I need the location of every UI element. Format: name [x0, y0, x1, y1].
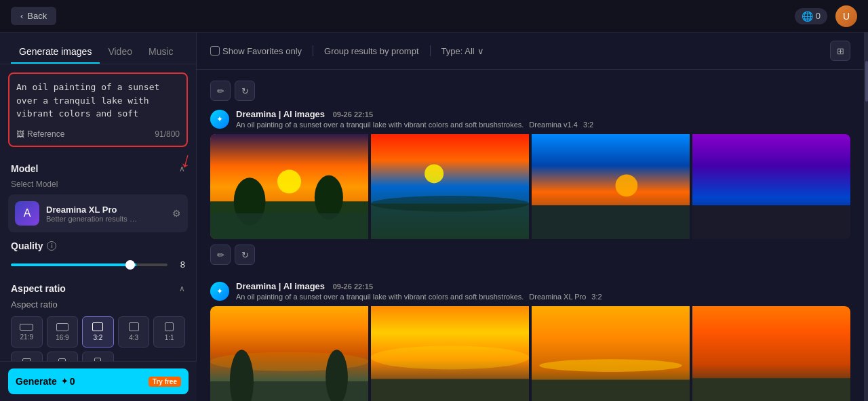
star-icon: ✦	[61, 377, 68, 386]
topbar-right: 🌐 0 U	[795, 5, 857, 27]
quality-header: Quality i	[11, 240, 185, 251]
generate-label: Generate	[16, 376, 57, 387]
aspect-21-9[interactable]: 21:9	[11, 316, 43, 347]
group-1-date: 09-26	[333, 110, 352, 119]
toolbar-separator-1	[313, 45, 313, 56]
quality-section: Quality i 8	[0, 240, 196, 275]
svg-rect-14	[692, 205, 850, 239]
model-card[interactable]: A Dreamina XL Pro Better generation resu…	[8, 194, 188, 232]
edit-button-top[interactable]: ✏	[210, 81, 231, 101]
model-settings-button[interactable]: ⚙	[172, 208, 181, 219]
image-grid-1	[210, 134, 850, 239]
group-1-model: Dreamina v1.4	[529, 121, 578, 129]
back-chevron-icon: ‹	[20, 11, 23, 21]
type-select-button[interactable]: Type: All ∨	[441, 46, 484, 56]
toolbar-separator-2	[430, 45, 431, 56]
show-favorites-label: Show Favorites only	[222, 46, 302, 56]
group-2-model: Dreamina XL Pro	[529, 293, 586, 301]
svg-rect-27	[692, 379, 850, 401]
image-cell-1-2[interactable]	[371, 134, 529, 239]
img-svg-1-1	[210, 134, 368, 239]
image-grid-2	[210, 306, 850, 401]
prompt-footer: 🖼 Reference 91/800	[16, 129, 180, 139]
aspect-4-3[interactable]: 4:3	[118, 316, 150, 347]
svg-point-21	[371, 346, 529, 370]
aspect-1-1[interactable]: 1:1	[153, 316, 185, 347]
prompt-input[interactable]: An oil painting of a sunset over a tranq…	[16, 81, 180, 121]
show-favorites-button[interactable]: Show Favorites only	[210, 46, 302, 56]
model-info: A Dreamina XL Pro Better generation resu…	[15, 201, 141, 226]
group-1-subtitle: An oil painting of a sunset over a tranq…	[236, 121, 850, 129]
tab-generate-images[interactable]: Generate images	[11, 41, 100, 64]
aspect-1-1-icon	[165, 322, 174, 331]
back-label: Back	[27, 11, 47, 21]
img-svg-2-1	[210, 306, 368, 401]
aspect-16-9[interactable]: 16:9	[47, 316, 79, 347]
prompt-area: An oil painting of a sunset over a tranq…	[8, 72, 188, 147]
svg-point-1	[277, 170, 301, 194]
image-cell-2-4[interactable]	[692, 306, 850, 401]
svg-rect-25	[532, 380, 690, 401]
image-cell-1-1[interactable]	[210, 134, 368, 239]
aspect-grid-row1: 21:9 16:9 3:2 4:3 1:1	[11, 316, 185, 347]
tab-video[interactable]: Video	[100, 41, 140, 64]
quality-info-icon: i	[47, 241, 56, 251]
back-button[interactable]: ‹ Back	[11, 7, 56, 25]
img-svg-2-2	[371, 306, 529, 401]
image-cell-1-3[interactable]	[532, 134, 690, 239]
quality-slider[interactable]	[11, 263, 167, 266]
regenerate-button-top[interactable]: ↻	[235, 81, 255, 101]
content-toolbar: Show Favorites only Group results by pro…	[197, 33, 864, 70]
image-cell-2-2[interactable]	[371, 306, 529, 401]
image-cell-2-3[interactable]	[532, 306, 690, 401]
pencil-icon-1: ✏	[217, 250, 224, 260]
svg-point-11	[616, 175, 638, 197]
gallery-area[interactable]: ✏ ↻ ✦ Dreamina | AI images	[197, 70, 864, 401]
svg-point-7	[425, 164, 443, 183]
img-svg-2-3	[532, 306, 690, 401]
img-svg-1-2	[371, 134, 529, 239]
group-2-title: Dreamina | AI images 09-26 22:15	[236, 281, 850, 291]
group-2-subtitle: An oil painting of a sunset over a tranq…	[236, 293, 850, 301]
group-by-prompt-button[interactable]: Group results by prompt	[324, 46, 418, 56]
toolbar-grid-view-button[interactable]: ⊞	[830, 41, 850, 61]
svg-rect-22	[371, 379, 529, 401]
svg-rect-12	[532, 205, 690, 239]
model-desc: Better generation results with profes...	[46, 215, 141, 223]
dreamina-icon-2: ✦	[216, 287, 223, 296]
avatar[interactable]: U	[835, 5, 857, 27]
topbar: ‹ Back 🌐 0 U	[0, 0, 868, 33]
edit-button-group-1[interactable]: ✏	[210, 245, 231, 265]
aspect-3-2-label: 3:2	[94, 334, 103, 341]
aspect-section-title: Aspect ratio	[11, 283, 66, 294]
group-2-title-text: Dreamina | AI images	[236, 281, 325, 291]
aspect-3-2-icon	[92, 322, 103, 331]
model-chevron-icon[interactable]: ∧	[179, 164, 185, 173]
reference-button[interactable]: 🖼 Reference	[16, 129, 64, 139]
svg-point-24	[539, 360, 682, 373]
scroll-indicator	[864, 33, 868, 401]
image-cell-1-4[interactable]	[692, 134, 850, 239]
generate-button[interactable]: Generate ✦ 0 Try free	[8, 368, 189, 394]
group-by-prompt-label: Group results by prompt	[324, 46, 418, 56]
aspect-label: Aspect ratio	[11, 299, 185, 310]
tab-music[interactable]: Music	[140, 41, 182, 64]
coin-count: 0	[816, 11, 821, 21]
refresh-icon-1: ↻	[241, 250, 249, 260]
regenerate-button-group-1[interactable]: ↻	[235, 245, 255, 265]
char-count: 91/800	[155, 129, 180, 139]
group-1-title: Dreamina | AI images 09-26 22:15	[236, 109, 850, 119]
quality-title: Quality	[11, 240, 43, 251]
type-label: Type: All	[441, 46, 475, 56]
aspect-3-2[interactable]: 3:2	[82, 316, 114, 347]
slider-row: 8	[11, 259, 185, 270]
avatar-text: U	[843, 11, 850, 22]
image-cell-2-1[interactable]	[210, 306, 368, 401]
group-1-time: 22:15	[354, 110, 373, 119]
aspect-chevron-icon[interactable]: ∧	[179, 284, 185, 293]
reference-label: Reference	[27, 129, 64, 139]
aspect-21-9-label: 21:9	[20, 333, 33, 341]
group-2-time: 22:15	[354, 282, 373, 291]
aspect-21-9-icon	[20, 324, 33, 331]
generate-btn-center: Generate ✦ 0	[16, 376, 75, 387]
